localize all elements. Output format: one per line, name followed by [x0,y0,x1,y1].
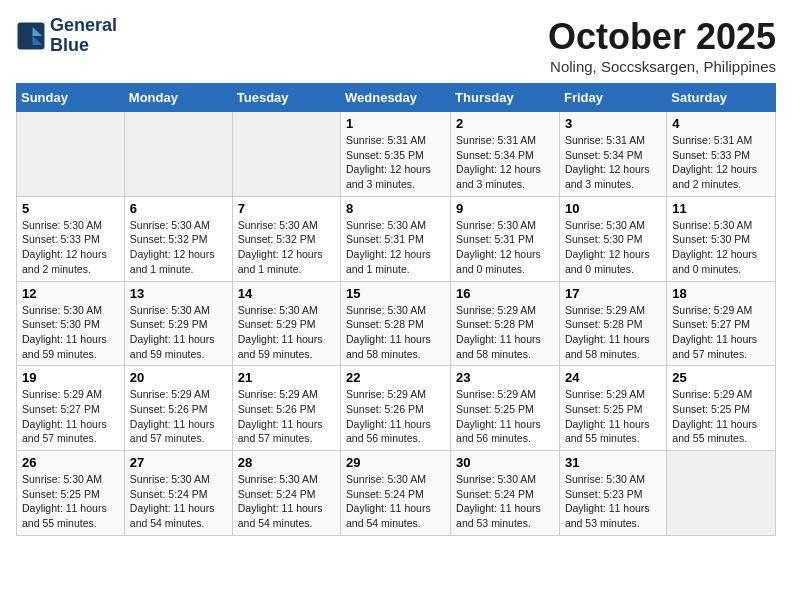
calendar-cell: 22Sunrise: 5:29 AM Sunset: 5:26 PM Dayli… [341,366,451,451]
day-number: 25 [672,370,770,385]
calendar-cell: 20Sunrise: 5:29 AM Sunset: 5:26 PM Dayli… [124,366,232,451]
calendar-cell: 2Sunrise: 5:31 AM Sunset: 5:34 PM Daylig… [451,112,560,197]
calendar-week: 1Sunrise: 5:31 AM Sunset: 5:35 PM Daylig… [17,112,776,197]
day-info: Sunrise: 5:30 AM Sunset: 5:29 PM Dayligh… [238,303,335,362]
logo-text: General Blue [50,16,117,56]
header-day: Wednesday [341,84,451,112]
day-info: Sunrise: 5:31 AM Sunset: 5:34 PM Dayligh… [565,133,661,192]
calendar-cell: 3Sunrise: 5:31 AM Sunset: 5:34 PM Daylig… [559,112,666,197]
header-day: Friday [559,84,666,112]
day-info: Sunrise: 5:30 AM Sunset: 5:28 PM Dayligh… [346,303,445,362]
day-number: 3 [565,116,661,131]
calendar-cell: 9Sunrise: 5:30 AM Sunset: 5:31 PM Daylig… [451,196,560,281]
day-info: Sunrise: 5:30 AM Sunset: 5:24 PM Dayligh… [130,472,227,531]
day-number: 22 [346,370,445,385]
day-number: 21 [238,370,335,385]
header-day: Thursday [451,84,560,112]
header-day: Sunday [17,84,125,112]
calendar-cell: 6Sunrise: 5:30 AM Sunset: 5:32 PM Daylig… [124,196,232,281]
day-info: Sunrise: 5:30 AM Sunset: 5:23 PM Dayligh… [565,472,661,531]
day-info: Sunrise: 5:29 AM Sunset: 5:26 PM Dayligh… [130,387,227,446]
header-day: Saturday [667,84,776,112]
calendar-cell: 11Sunrise: 5:30 AM Sunset: 5:30 PM Dayli… [667,196,776,281]
day-number: 29 [346,455,445,470]
day-number: 5 [22,201,119,216]
calendar-cell: 12Sunrise: 5:30 AM Sunset: 5:30 PM Dayli… [17,281,125,366]
day-info: Sunrise: 5:30 AM Sunset: 5:32 PM Dayligh… [238,218,335,277]
page-header: General Blue October 2025 Noling, Soccsk… [16,16,776,75]
day-info: Sunrise: 5:29 AM Sunset: 5:28 PM Dayligh… [456,303,554,362]
day-info: Sunrise: 5:30 AM Sunset: 5:24 PM Dayligh… [238,472,335,531]
day-number: 23 [456,370,554,385]
day-number: 13 [130,286,227,301]
calendar-cell: 14Sunrise: 5:30 AM Sunset: 5:29 PM Dayli… [232,281,340,366]
calendar-cell: 21Sunrise: 5:29 AM Sunset: 5:26 PM Dayli… [232,366,340,451]
calendar-cell: 17Sunrise: 5:29 AM Sunset: 5:28 PM Dayli… [559,281,666,366]
day-number: 16 [456,286,554,301]
calendar-cell: 27Sunrise: 5:30 AM Sunset: 5:24 PM Dayli… [124,451,232,536]
day-info: Sunrise: 5:30 AM Sunset: 5:30 PM Dayligh… [565,218,661,277]
day-info: Sunrise: 5:29 AM Sunset: 5:25 PM Dayligh… [672,387,770,446]
location-subtitle: Noling, Soccsksargen, Philippines [548,58,776,75]
calendar-cell: 18Sunrise: 5:29 AM Sunset: 5:27 PM Dayli… [667,281,776,366]
day-info: Sunrise: 5:29 AM Sunset: 5:26 PM Dayligh… [346,387,445,446]
day-number: 24 [565,370,661,385]
day-info: Sunrise: 5:30 AM Sunset: 5:30 PM Dayligh… [672,218,770,277]
day-number: 12 [22,286,119,301]
day-info: Sunrise: 5:30 AM Sunset: 5:25 PM Dayligh… [22,472,119,531]
day-number: 26 [22,455,119,470]
calendar-cell: 31Sunrise: 5:30 AM Sunset: 5:23 PM Dayli… [559,451,666,536]
day-number: 10 [565,201,661,216]
calendar-cell: 25Sunrise: 5:29 AM Sunset: 5:25 PM Dayli… [667,366,776,451]
day-number: 14 [238,286,335,301]
logo: General Blue [16,16,117,56]
day-number: 7 [238,201,335,216]
calendar-cell: 23Sunrise: 5:29 AM Sunset: 5:25 PM Dayli… [451,366,560,451]
day-info: Sunrise: 5:30 AM Sunset: 5:32 PM Dayligh… [130,218,227,277]
calendar-cell: 7Sunrise: 5:30 AM Sunset: 5:32 PM Daylig… [232,196,340,281]
calendar-cell [124,112,232,197]
day-number: 9 [456,201,554,216]
day-info: Sunrise: 5:30 AM Sunset: 5:31 PM Dayligh… [456,218,554,277]
day-info: Sunrise: 5:29 AM Sunset: 5:25 PM Dayligh… [456,387,554,446]
calendar-table: SundayMondayTuesdayWednesdayThursdayFrid… [16,83,776,536]
day-number: 18 [672,286,770,301]
day-number: 28 [238,455,335,470]
calendar-cell [17,112,125,197]
calendar-cell: 15Sunrise: 5:30 AM Sunset: 5:28 PM Dayli… [341,281,451,366]
title-block: October 2025 Noling, Soccsksargen, Phili… [548,16,776,75]
day-number: 2 [456,116,554,131]
month-title: October 2025 [548,16,776,58]
day-number: 20 [130,370,227,385]
calendar-cell: 8Sunrise: 5:30 AM Sunset: 5:31 PM Daylig… [341,196,451,281]
calendar-week: 12Sunrise: 5:30 AM Sunset: 5:30 PM Dayli… [17,281,776,366]
day-number: 19 [22,370,119,385]
day-info: Sunrise: 5:29 AM Sunset: 5:25 PM Dayligh… [565,387,661,446]
logo-icon [16,21,46,51]
calendar-cell: 5Sunrise: 5:30 AM Sunset: 5:33 PM Daylig… [17,196,125,281]
calendar-cell: 19Sunrise: 5:29 AM Sunset: 5:27 PM Dayli… [17,366,125,451]
day-number: 15 [346,286,445,301]
day-number: 8 [346,201,445,216]
calendar-cell: 4Sunrise: 5:31 AM Sunset: 5:33 PM Daylig… [667,112,776,197]
day-info: Sunrise: 5:29 AM Sunset: 5:27 PM Dayligh… [672,303,770,362]
day-number: 31 [565,455,661,470]
day-number: 4 [672,116,770,131]
header-row: SundayMondayTuesdayWednesdayThursdayFrid… [17,84,776,112]
calendar-header: SundayMondayTuesdayWednesdayThursdayFrid… [17,84,776,112]
day-number: 30 [456,455,554,470]
calendar-week: 19Sunrise: 5:29 AM Sunset: 5:27 PM Dayli… [17,366,776,451]
header-day: Monday [124,84,232,112]
day-info: Sunrise: 5:30 AM Sunset: 5:29 PM Dayligh… [130,303,227,362]
day-number: 27 [130,455,227,470]
calendar-cell [667,451,776,536]
calendar-cell: 30Sunrise: 5:30 AM Sunset: 5:24 PM Dayli… [451,451,560,536]
calendar-cell: 29Sunrise: 5:30 AM Sunset: 5:24 PM Dayli… [341,451,451,536]
calendar-week: 5Sunrise: 5:30 AM Sunset: 5:33 PM Daylig… [17,196,776,281]
day-number: 11 [672,201,770,216]
day-info: Sunrise: 5:29 AM Sunset: 5:27 PM Dayligh… [22,387,119,446]
day-info: Sunrise: 5:29 AM Sunset: 5:26 PM Dayligh… [238,387,335,446]
calendar-cell: 1Sunrise: 5:31 AM Sunset: 5:35 PM Daylig… [341,112,451,197]
day-info: Sunrise: 5:29 AM Sunset: 5:28 PM Dayligh… [565,303,661,362]
day-info: Sunrise: 5:30 AM Sunset: 5:33 PM Dayligh… [22,218,119,277]
